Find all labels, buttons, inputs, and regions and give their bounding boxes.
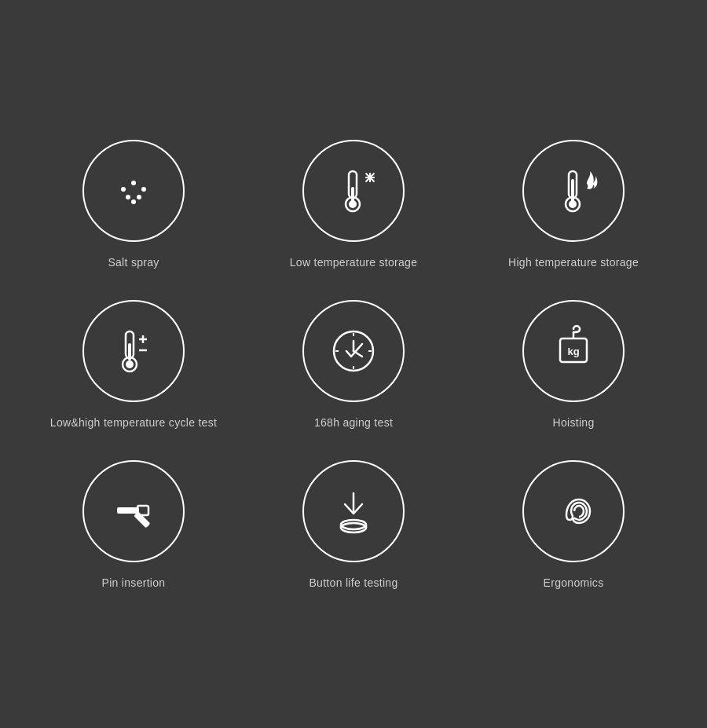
label-aging: 168h aging test: [314, 416, 393, 429]
label-pin-insertion: Pin insertion: [102, 576, 166, 589]
item-salt-spray: Salt spray: [31, 140, 236, 269]
circle-button-life: [302, 460, 405, 562]
circle-hoisting: kg: [522, 300, 625, 402]
item-button-life: Button life testing: [251, 460, 456, 589]
item-aging: 168h aging test: [251, 300, 456, 429]
label-high-temp: High temperature storage: [508, 256, 639, 269]
label-button-life: Button life testing: [309, 576, 397, 589]
label-salt-spray: Salt spray: [108, 256, 159, 269]
svg-point-37: [120, 507, 126, 514]
circle-aging: [302, 300, 405, 402]
svg-point-0: [131, 181, 136, 185]
circle-salt-spray: [82, 140, 185, 242]
label-low-temp: Low temperature storage: [290, 256, 418, 269]
circle-pin-insertion: [82, 460, 185, 562]
label-ergonomics: Ergonomics: [544, 576, 604, 589]
circle-high-temp: [522, 140, 625, 242]
svg-point-4: [137, 195, 141, 199]
svg-point-17: [569, 200, 577, 208]
label-hoisting: Hoisting: [553, 416, 595, 429]
label-temp-cycle: Low&high temperature cycle test: [50, 416, 217, 429]
item-low-temp: Low temperature storage: [251, 140, 456, 269]
item-high-temp: High temperature storage: [471, 140, 676, 269]
svg-rect-16: [571, 179, 574, 203]
svg-point-9: [349, 200, 357, 208]
item-ergonomics: Ergonomics: [471, 460, 676, 589]
svg-rect-20: [128, 343, 131, 360]
item-temp-cycle: Low&high temperature cycle test: [31, 300, 236, 429]
svg-point-2: [141, 187, 146, 192]
svg-point-1: [121, 187, 126, 192]
svg-point-21: [126, 360, 134, 368]
svg-point-5: [131, 199, 136, 204]
svg-text:kg: kg: [567, 346, 579, 357]
item-hoisting: kg Hoisting: [471, 300, 676, 429]
features-grid: Salt spray Low temperature storage: [31, 108, 676, 620]
item-pin-insertion: Pin insertion: [31, 460, 236, 589]
circle-ergonomics: [522, 460, 625, 562]
svg-point-3: [126, 195, 130, 199]
circle-temp-cycle: [82, 300, 185, 402]
circle-low-temp: [302, 140, 405, 242]
